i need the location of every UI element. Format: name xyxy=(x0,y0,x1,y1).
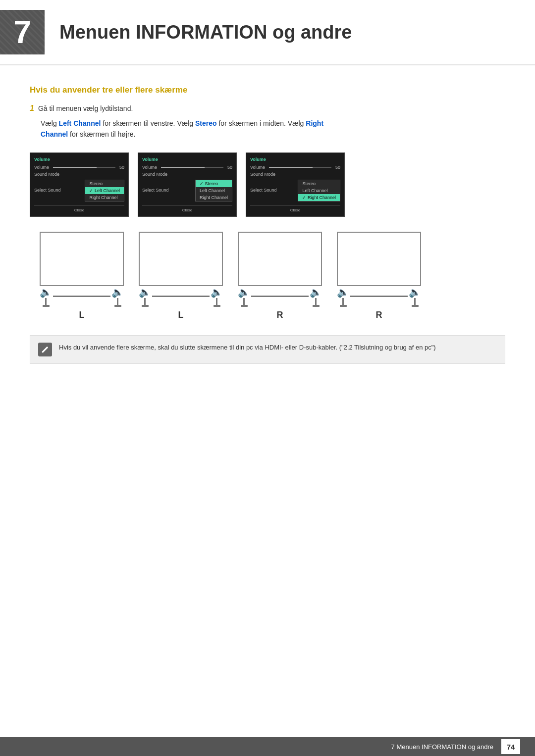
highlight-right2: Channel xyxy=(41,130,68,138)
monitor-base-row-4: 🔈 🔈 xyxy=(337,286,421,307)
osd-bar-track-2 xyxy=(161,167,223,168)
page-header: 7 Menuen INFORMATION og andre xyxy=(0,0,535,65)
step1-text: Gå til menuen vælg lydtilstand. xyxy=(38,104,133,112)
speaker-foot-r-3 xyxy=(313,305,320,307)
osd-bar-fill-3 xyxy=(269,167,313,168)
osd-select-sound-label-3: Select Sound xyxy=(250,188,277,193)
monitor-base-row-2: 🔈 🔈 xyxy=(139,286,223,307)
osd-item-stereo-3: Stereo xyxy=(298,180,340,187)
osd-sound-mode-row-3: Sound Mode xyxy=(250,171,340,178)
osd-item-left-2: Left Channel xyxy=(196,187,232,194)
monitor-3: 🔈 🔈 R xyxy=(238,232,322,320)
speaker-left-3: 🔈 xyxy=(238,286,250,307)
step-number: 1 xyxy=(30,104,34,113)
step-line: 1 Gå til menuen vælg lydtilstand. xyxy=(30,104,505,113)
channel-label-2: L xyxy=(178,310,184,320)
pencil-icon xyxy=(41,346,49,353)
osd-volume-row-3: Volume 50 xyxy=(250,164,340,171)
osd-item-right-1: Right Channel xyxy=(85,194,124,201)
channel-label-4: R xyxy=(376,310,382,320)
osd-sound-mode-row-1: Sound Mode xyxy=(34,171,124,178)
osd-bar-fill-1 xyxy=(53,167,97,168)
osd-panel-1: Volume Volume 50 Sound Mode Select Sound… xyxy=(30,152,129,217)
speaker-icon-left-1: 🔈 xyxy=(40,286,52,298)
osd-close-2: Close xyxy=(142,205,232,212)
speaker-left-4: 🔈 xyxy=(337,286,349,307)
osd-item-left-3: Left Channel xyxy=(298,187,340,194)
osd-volume-bar-2: 50 xyxy=(161,165,232,170)
connector-bar-3 xyxy=(251,296,309,297)
speaker-icon-right-3: 🔈 xyxy=(310,286,322,298)
speaker-stem-2 xyxy=(144,298,146,305)
osd-volume-label-3: Volume xyxy=(250,165,265,170)
osd-item-right-3: ✓ Right Channel xyxy=(298,194,340,201)
speaker-stem-4 xyxy=(342,298,344,305)
osd-sound-mode-label-1: Sound Mode xyxy=(34,172,59,177)
speaker-right-2: 🔈 xyxy=(211,286,223,307)
osd-item-right-2: Right Channel xyxy=(196,194,232,201)
osd-select-sound-label-2: Select Sound xyxy=(142,188,169,193)
speaker-icon-left-2: 🔈 xyxy=(139,286,151,298)
osd-sound-mode-row-2: Sound Mode xyxy=(142,171,232,178)
connector-bar-1 xyxy=(53,296,110,297)
osd-panels-container: Volume Volume 50 Sound Mode Select Sound… xyxy=(30,152,505,217)
speaker-icon-left-3: 🔈 xyxy=(238,286,250,298)
osd-section-title-3: Volume xyxy=(250,157,340,162)
footer-page-number: 74 xyxy=(501,739,520,754)
speaker-right-4: 🔈 xyxy=(409,286,421,307)
content-area: Hvis du anvender tre eller flere skærme … xyxy=(0,85,535,364)
speaker-icon-right-4: 🔈 xyxy=(409,286,421,298)
footer-text: 7 Menuen INFORMATION og andre xyxy=(391,743,493,751)
channel-label-3: R xyxy=(277,310,283,320)
note-box: Hvis du vil anvende flere skærme, skal d… xyxy=(30,335,505,364)
osd-close-3: Close xyxy=(250,205,340,212)
speaker-icon-left-4: 🔈 xyxy=(337,286,349,298)
monitor-4: 🔈 🔈 R xyxy=(337,232,421,320)
osd-volume-row-2: Volume 50 xyxy=(142,164,232,171)
chapter-badge: 7 xyxy=(0,10,45,54)
monitor-screen-4 xyxy=(337,232,421,286)
speaker-stem-r-4 xyxy=(414,298,416,305)
osd-bar-track-3 xyxy=(269,167,331,168)
osd-select-sound-row-1: Select Sound Stereo ✓ Left Channel Right… xyxy=(34,178,124,202)
speaker-left-2: 🔈 xyxy=(139,286,151,307)
speaker-right-1: 🔈 xyxy=(111,286,124,307)
chapter-title: Menuen INFORMATION og andre xyxy=(59,22,352,43)
osd-sound-mode-label-3: Sound Mode xyxy=(250,172,275,177)
osd-section-title-2: Volume xyxy=(142,157,232,162)
speaker-stem-3 xyxy=(243,298,245,305)
highlight-right: Right xyxy=(306,119,323,127)
speaker-foot-r-4 xyxy=(412,305,419,307)
monitor-base-row-1: 🔈 🔈 xyxy=(40,286,124,307)
osd-volume-label-2: Volume xyxy=(142,165,157,170)
step1-desc: Vælg Left Channel for skærmen til venstr… xyxy=(30,118,505,140)
osd-dropdown-3: Stereo Left Channel ✓ Right Channel xyxy=(298,180,340,202)
highlight-left: Left Channel xyxy=(59,119,101,127)
connector-bar-4 xyxy=(350,296,408,297)
osd-select-sound-label-1: Select Sound xyxy=(34,188,61,193)
highlight-stereo: Stereo xyxy=(195,119,217,127)
speaker-stem-r-3 xyxy=(315,298,317,305)
osd-bar-track-1 xyxy=(53,167,115,168)
speaker-stem-r-2 xyxy=(216,298,217,305)
osd-panel-3: Volume Volume 50 Sound Mode Select Sound… xyxy=(246,152,345,217)
osd-volume-bar-1: 50 xyxy=(53,165,124,170)
osd-bar-fill-2 xyxy=(161,167,205,168)
monitor-screen-3 xyxy=(238,232,322,286)
channel-label-1: L xyxy=(79,310,85,320)
osd-item-stereo-1: Stereo xyxy=(85,180,124,187)
speaker-stem-r-1 xyxy=(117,298,118,305)
speaker-stem-1 xyxy=(45,298,47,305)
monitor-1: 🔈 🔈 L xyxy=(40,232,124,320)
osd-select-sound-row-2: Select Sound ✓ Stereo Left Channel Right… xyxy=(142,178,232,202)
speaker-icon-right-1: 🔈 xyxy=(111,286,124,298)
osd-volume-bar-3: 50 xyxy=(269,165,340,170)
osd-close-1: Close xyxy=(34,205,124,212)
speaker-foot-3 xyxy=(241,305,248,307)
speaker-foot-r-1 xyxy=(114,305,121,307)
monitor-2: 🔈 🔈 L xyxy=(139,232,223,320)
osd-section-title-1: Volume xyxy=(34,157,124,162)
osd-item-left-1: ✓ Left Channel xyxy=(85,187,124,194)
section-heading: Hvis du anvender tre eller flere skærme xyxy=(30,85,505,95)
osd-item-stereo-2: ✓ Stereo xyxy=(196,180,232,187)
